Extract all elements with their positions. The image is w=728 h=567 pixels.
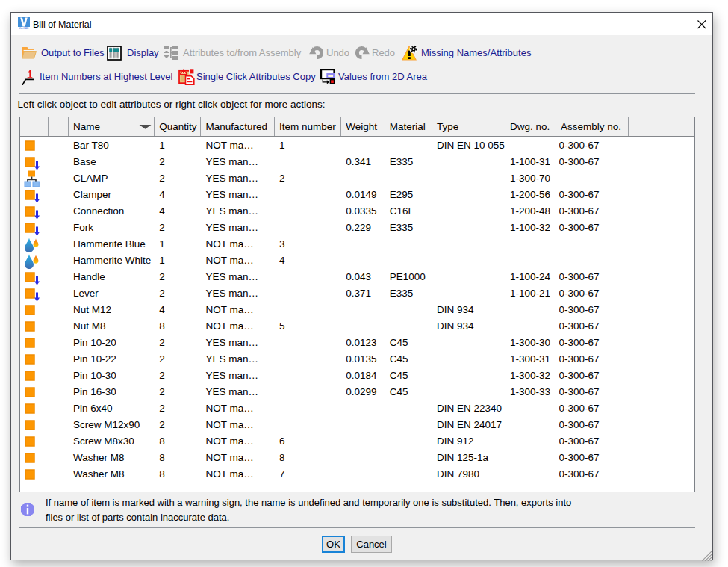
svg-text:VariCAD: VariCAD — [19, 27, 29, 29]
